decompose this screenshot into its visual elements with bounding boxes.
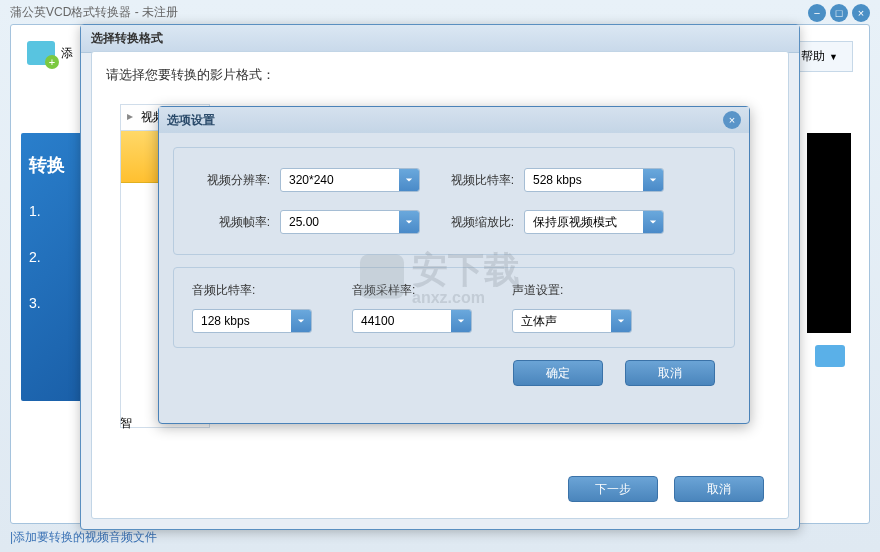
video-fps-label: 视频帧率:	[192, 214, 280, 231]
chevron-down-icon[interactable]	[643, 169, 663, 191]
minimize-button[interactable]: −	[808, 4, 826, 22]
chevron-down-icon[interactable]	[643, 211, 663, 233]
audio-bitrate-label: 音频比特率:	[192, 282, 352, 299]
close-button[interactable]: ×	[852, 4, 870, 22]
chevron-down-icon[interactable]	[291, 310, 311, 332]
add-file-button[interactable]: 添	[19, 37, 81, 69]
dialog-prompt: 请选择您要转换的影片格式：	[106, 66, 774, 84]
preview-panel	[807, 133, 851, 333]
audio-bitrate-combo[interactable]	[192, 309, 312, 333]
video-res-input[interactable]	[281, 169, 399, 191]
ok-button[interactable]: 确定	[513, 360, 603, 386]
video-bitrate-combo[interactable]	[524, 168, 664, 192]
video-scale-label: 视频缩放比:	[450, 214, 524, 231]
chevron-down-icon[interactable]	[399, 211, 419, 233]
chevron-down-icon[interactable]	[611, 310, 631, 332]
app-title: 蒲公英VCD格式转换器 - 未注册	[10, 4, 178, 21]
audio-sample-label: 音频采样率:	[352, 282, 512, 299]
video-group: 视频分辨率: 视频比特率: 视频帧率: 视频缩放	[173, 147, 735, 255]
chevron-down-icon: ▼	[829, 52, 838, 62]
audio-channel-input[interactable]	[513, 310, 611, 332]
smart-label: 智	[120, 415, 132, 432]
video-res-combo[interactable]	[280, 168, 420, 192]
audio-channel-combo[interactable]	[512, 309, 632, 333]
audio-sample-input[interactable]	[353, 310, 451, 332]
chevron-down-icon[interactable]	[399, 169, 419, 191]
banner-title: 转换	[29, 153, 77, 177]
video-fps-combo[interactable]	[280, 210, 420, 234]
add-file-icon	[27, 41, 55, 65]
banner-step: 3.	[29, 295, 77, 311]
video-fps-input[interactable]	[281, 211, 399, 233]
close-icon[interactable]: ×	[723, 111, 741, 129]
chevron-down-icon[interactable]	[451, 310, 471, 332]
video-res-label: 视频分辨率:	[192, 172, 280, 189]
video-scale-combo[interactable]	[524, 210, 664, 234]
status-bar: |添加要转换的视频音频文件	[10, 529, 157, 546]
add-hint: 添	[61, 45, 73, 62]
dialog-title: 选择转换格式	[81, 25, 799, 53]
maximize-button[interactable]: □	[830, 4, 848, 22]
next-button[interactable]: 下一步	[568, 476, 658, 502]
banner-step: 1.	[29, 203, 77, 219]
video-bitrate-input[interactable]	[525, 169, 643, 191]
options-dialog: 选项设置 × 视频分辨率: 视频比特率: 视频帧率:	[158, 106, 750, 424]
wizard-banner: 转换 1. 2. 3.	[21, 133, 85, 401]
banner-step: 2.	[29, 249, 77, 265]
cancel-button[interactable]: 取消	[674, 476, 764, 502]
dialog-title: 选项设置	[167, 112, 215, 129]
video-bitrate-label: 视频比特率:	[450, 172, 524, 189]
audio-channel-label: 声道设置:	[512, 282, 672, 299]
audio-sample-combo[interactable]	[352, 309, 472, 333]
audio-group: 音频比特率: 音频采样率: 声道设置:	[173, 267, 735, 348]
cancel-button[interactable]: 取消	[625, 360, 715, 386]
open-folder-button[interactable]	[815, 345, 845, 367]
video-scale-input[interactable]	[525, 211, 643, 233]
audio-bitrate-input[interactable]	[193, 310, 291, 332]
